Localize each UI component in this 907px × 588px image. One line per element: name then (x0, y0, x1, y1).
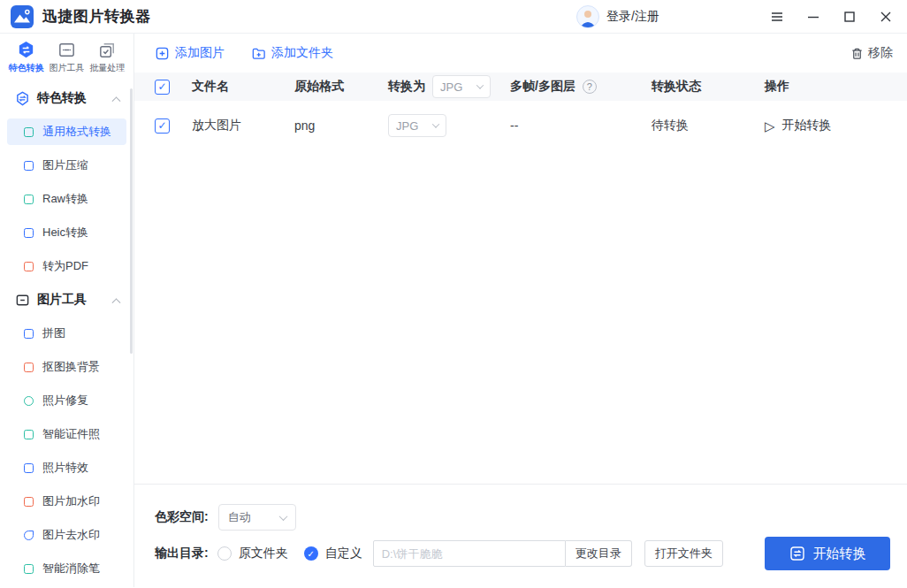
sidebar-item-raw-convert[interactable]: Raw转换 (7, 186, 126, 212)
collage-icon (24, 329, 34, 339)
item-label: 图片加水印 (42, 493, 100, 509)
login-area[interactable]: 登录/注册 (576, 0, 659, 34)
sidebar-scrollbar[interactable] (130, 88, 133, 354)
sidebar-item-photo-repair[interactable]: 照片修复 (7, 387, 126, 414)
table-row: ✓ 放大图片 png JPG -- 待转换 ▷ 开始转换 (134, 101, 907, 150)
menu-icon[interactable] (770, 10, 784, 24)
file-list-empty-area (134, 150, 907, 484)
collapse-icon[interactable] (112, 96, 121, 105)
window-controls (770, 10, 898, 24)
maximize-icon[interactable] (842, 10, 857, 24)
tab-featured-convert[interactable]: 特色转换 (6, 40, 47, 74)
hexagon-swap-icon (15, 91, 30, 106)
collapse-icon[interactable] (112, 298, 121, 307)
sidebar-item-photo-effects[interactable]: 照片特效 (7, 454, 126, 481)
footer-panel: 色彩空间: 自动 输出目录: 原文件夹 ✓ 自定义 更改目录 打开文件夹 (134, 484, 907, 587)
sidebar-item-heic-convert[interactable]: Heic转换 (7, 219, 126, 246)
output-path-input[interactable] (373, 540, 566, 567)
id-photo-icon (24, 430, 34, 439)
global-format-dropdown[interactable]: JPG (432, 75, 491, 98)
hexagon-swap-icon (16, 40, 36, 60)
item-label: 照片修复 (42, 393, 88, 409)
sidebar-item-smart-eraser[interactable]: 智能消除笔 (7, 555, 126, 582)
row-action-label: 开始转换 (782, 118, 832, 134)
col-convert-to: 转换为 JPG (388, 75, 510, 98)
open-folder-button[interactable]: 打开文件夹 (644, 540, 723, 567)
help-icon[interactable]: ? (583, 80, 597, 94)
section-label: 特色转换 (37, 90, 87, 106)
chevron-down-icon (278, 512, 287, 521)
tab-label: 批量处理 (89, 62, 125, 74)
radio-original-folder-label[interactable]: 原文件夹 (239, 546, 288, 561)
item-label: 照片特效 (42, 460, 88, 476)
col-action: 操作 (765, 79, 907, 95)
section-image-tools[interactable]: 图片工具 (7, 286, 126, 313)
sidebar-item-collage[interactable]: 拼图 (7, 320, 126, 347)
row-convert-cell: JPG (388, 114, 510, 137)
convert-icon (789, 546, 805, 561)
add-image-button[interactable]: 添加图片 (155, 45, 225, 61)
sidebar-item-image-compress[interactable]: 图片压缩 (7, 152, 126, 179)
tab-label: 特色转换 (9, 62, 44, 74)
sidebar-item-add-watermark[interactable]: 图片加水印 (7, 488, 126, 515)
radio-custom-folder[interactable]: ✓ (304, 546, 318, 561)
item-label: Heic转换 (42, 225, 88, 241)
add-image-label: 添加图片 (175, 45, 225, 61)
color-space-row: 色彩空间: 自动 (155, 504, 296, 531)
eraser-pen-icon (24, 564, 34, 574)
chevron-down-icon (476, 81, 484, 88)
sidebar-item-cutout-background[interactable]: 抠图换背景 (7, 354, 126, 380)
heic-icon (24, 228, 34, 238)
chevron-down-icon (432, 120, 439, 127)
radio-original-folder[interactable] (217, 546, 232, 561)
minimize-icon[interactable] (806, 10, 820, 24)
droplet-icon (24, 531, 34, 540)
col-multiframe: 多帧/多图层 ? (510, 79, 652, 95)
format-convert-icon (24, 127, 34, 137)
sidebar-item-to-pdf[interactable]: 转为PDF (7, 253, 126, 279)
batch-icon (97, 40, 118, 60)
tab-image-tools[interactable]: 图片工具 (47, 40, 88, 74)
convert-to-label: 转换为 (388, 79, 425, 95)
item-label: 通用格式转换 (42, 124, 111, 140)
add-folder-icon (251, 46, 266, 61)
change-dir-button[interactable]: 更改目录 (566, 540, 632, 567)
login-link[interactable]: 登录/注册 (606, 9, 659, 25)
item-label: 转为PDF (42, 258, 88, 274)
add-folder-button[interactable]: 添加文件夹 (251, 45, 333, 61)
remove-label: 移除 (868, 45, 893, 61)
row-start-convert-button[interactable]: ▷ 开始转换 (765, 118, 907, 134)
item-label: 智能证件照 (42, 426, 100, 442)
row-status: 待转换 (652, 118, 765, 134)
color-space-value: 自动 (228, 509, 251, 525)
sidebar: 特色转换 图片工具 批量处理 (0, 34, 134, 587)
titlebar: 迅捷图片转换器 登录/注册 (0, 0, 907, 34)
close-icon[interactable] (879, 10, 893, 24)
start-convert-button[interactable]: 开始转换 (765, 537, 890, 570)
multiframe-label: 多帧/多图层 (510, 79, 575, 95)
color-space-dropdown[interactable]: 自动 (218, 504, 296, 531)
sidebar-item-remove-watermark[interactable]: 图片去水印 (7, 522, 126, 548)
format-value: JPG (440, 80, 462, 94)
sidebar-item-universal-format-convert[interactable]: 通用格式转换 (7, 118, 126, 145)
remove-button[interactable]: 移除 (850, 45, 893, 61)
item-label: 图片去水印 (42, 527, 100, 543)
item-label: 智能消除笔 (42, 561, 100, 577)
add-image-icon (155, 46, 170, 61)
tab-batch-process[interactable]: 批量处理 (87, 40, 127, 74)
sidebar-item-id-photo[interactable]: 智能证件照 (7, 421, 126, 447)
toolbar: 添加图片 添加文件夹 移除 (134, 34, 907, 73)
output-dir-row: 输出目录: 原文件夹 ✓ 自定义 更改目录 打开文件夹 (155, 540, 723, 567)
item-label: 抠图换背景 (42, 359, 100, 375)
section-label: 图片工具 (37, 292, 87, 308)
section-featured-convert[interactable]: 特色转换 (7, 85, 126, 111)
col-status: 转换状态 (652, 79, 765, 95)
row-format-dropdown[interactable]: JPG (388, 114, 446, 137)
select-all-checkbox[interactable]: ✓ (155, 80, 170, 95)
avatar-icon (576, 5, 599, 28)
row-checkbox[interactable]: ✓ (155, 118, 170, 134)
item-label: 拼图 (42, 325, 65, 341)
sidebar-nav: 特色转换 通用格式转换 图片压缩 Raw转换 Heic转换 转为PDF (0, 78, 133, 582)
app-logo-icon (11, 5, 34, 28)
radio-custom-folder-label[interactable]: 自定义 (325, 546, 362, 561)
